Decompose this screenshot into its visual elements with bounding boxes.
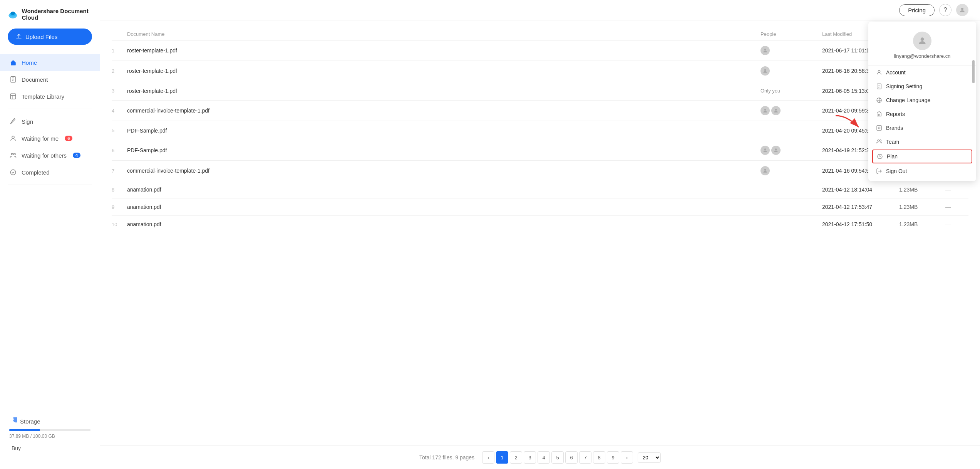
sidebar-item-waiting-others-label: Waiting for others bbox=[22, 152, 67, 159]
brands-label: Brands bbox=[886, 125, 903, 131]
template-icon bbox=[9, 92, 17, 100]
sidebar-item-home-label: Home bbox=[22, 59, 37, 66]
page-button-2[interactable]: 2 bbox=[510, 451, 522, 464]
dropdown-plan[interactable]: Plan bbox=[873, 150, 972, 163]
app-name: Wondershare Document Cloud bbox=[22, 8, 92, 21]
upload-icon bbox=[15, 33, 22, 40]
page-button-6[interactable]: 6 bbox=[565, 451, 578, 464]
sidebar-item-home[interactable]: Home bbox=[0, 54, 100, 71]
upload-button[interactable]: Upload Files bbox=[8, 29, 92, 45]
avatar bbox=[771, 146, 781, 155]
file-name: commercial-invoice-template-1.pdf bbox=[127, 108, 761, 114]
pricing-button[interactable]: Pricing bbox=[899, 4, 935, 16]
dropdown-signing-setting[interactable]: Signing Setting bbox=[868, 79, 976, 93]
col-people: People bbox=[761, 31, 822, 37]
svg-point-12 bbox=[764, 109, 766, 111]
team-icon bbox=[876, 139, 882, 145]
sidebar-item-completed-label: Completed bbox=[22, 169, 50, 176]
table-row: 10 anamation.pdf 2021-04-12 17:51:50 1.2… bbox=[112, 216, 968, 233]
table-row: 9 anamation.pdf 2021-04-12 17:53:47 1.23… bbox=[112, 198, 968, 216]
sidebar-item-document[interactable]: Document bbox=[0, 71, 100, 88]
row-num: 6 bbox=[112, 148, 127, 153]
account-label: Account bbox=[886, 69, 906, 76]
sidebar-item-completed[interactable]: Completed bbox=[0, 164, 100, 181]
avatar bbox=[761, 46, 770, 55]
people-cell bbox=[761, 66, 822, 76]
prev-page-button[interactable]: ‹ bbox=[482, 451, 494, 464]
plan-label: Plan bbox=[887, 153, 898, 160]
dash-cell: — bbox=[945, 187, 968, 193]
avatar bbox=[771, 106, 781, 115]
avatar bbox=[761, 66, 770, 76]
svg-point-15 bbox=[775, 148, 777, 150]
dropdown-brands[interactable]: Brands bbox=[868, 121, 976, 135]
dash-cell: — bbox=[945, 204, 968, 210]
change-language-label: Change Language bbox=[886, 97, 930, 103]
dropdown-user-icon bbox=[917, 36, 927, 46]
reports-icon bbox=[876, 111, 882, 117]
scrollbar bbox=[972, 60, 975, 83]
sidebar: Wondershare Document Cloud Upload Files … bbox=[0, 0, 100, 469]
storage-bar-bg bbox=[9, 429, 90, 431]
logo-area: Wondershare Document Cloud bbox=[0, 8, 100, 29]
file-name: PDF-Sample.pdf bbox=[127, 147, 761, 153]
people-cell bbox=[761, 146, 822, 155]
svg-point-17 bbox=[921, 37, 924, 41]
file-name: anamation.pdf bbox=[127, 187, 761, 193]
next-page-button[interactable]: › bbox=[621, 451, 633, 464]
avatar bbox=[761, 166, 770, 175]
user-avatar-button[interactable] bbox=[956, 4, 968, 16]
file-table-area: Document Name People Last Modified Size … bbox=[100, 20, 980, 445]
table-row: 7 commercial-invoice-template-1.pdf 2021… bbox=[112, 161, 968, 181]
page-button-7[interactable]: 7 bbox=[579, 451, 591, 464]
sidebar-item-waiting-for-others[interactable]: Waiting for others 4 bbox=[0, 147, 100, 164]
file-name: commercial-invoice-template-1.pdf bbox=[127, 168, 761, 174]
app-logo bbox=[8, 8, 18, 20]
waiting-me-badge: 6 bbox=[65, 136, 72, 141]
sidebar-item-waiting-for-me[interactable]: Waiting for me 6 bbox=[0, 130, 100, 147]
storage-label-row: Storage bbox=[9, 417, 90, 425]
dropdown-plan-highlighted[interactable]: Plan bbox=[872, 150, 972, 163]
dropdown-change-language[interactable]: Change Language bbox=[868, 93, 976, 107]
storage-section: Storage 37.89 MB / 100.00 GB Buy bbox=[0, 410, 100, 461]
svg-point-8 bbox=[10, 170, 16, 175]
dropdown-team[interactable]: Team bbox=[868, 135, 976, 149]
page-button-9[interactable]: 9 bbox=[607, 451, 619, 464]
page-size-select[interactable]: 20 50 100 bbox=[638, 452, 661, 463]
home-icon bbox=[9, 59, 17, 66]
signing-setting-label: Signing Setting bbox=[886, 83, 922, 89]
page-button-4[interactable]: 4 bbox=[538, 451, 550, 464]
svg-point-7 bbox=[14, 153, 16, 155]
brands-icon bbox=[876, 125, 882, 131]
modified-date: 2021-04-12 18:14:04 bbox=[822, 187, 899, 193]
pagination: Total 172 files, 9 pages ‹ 1 2 3 4 5 6 7… bbox=[100, 445, 980, 469]
main-content: Pricing ? Document Name People Last Modi… bbox=[100, 0, 980, 469]
page-button-3[interactable]: 3 bbox=[524, 451, 536, 464]
dropdown-sign-out[interactable]: Sign Out bbox=[868, 164, 976, 178]
table-row: 2 roster-template-1.pdf 2021-06-16 20:58… bbox=[112, 61, 968, 81]
row-num: 4 bbox=[112, 108, 127, 114]
buy-button[interactable]: Buy bbox=[9, 443, 23, 454]
dropdown-avatar bbox=[913, 32, 931, 50]
nav-divider-1 bbox=[8, 109, 92, 109]
account-icon bbox=[876, 69, 882, 76]
sidebar-item-sign[interactable]: Sign bbox=[0, 113, 100, 130]
col-name: Document Name bbox=[127, 31, 761, 37]
row-num: 9 bbox=[112, 204, 127, 210]
row-num: 8 bbox=[112, 187, 127, 193]
svg-point-23 bbox=[878, 127, 880, 129]
help-button[interactable]: ? bbox=[939, 4, 952, 16]
dropdown-account[interactable]: Account bbox=[868, 66, 976, 79]
sidebar-item-template-label: Template Library bbox=[22, 93, 64, 100]
dropdown-reports[interactable]: Reports bbox=[868, 107, 976, 121]
page-button-1[interactable]: 1 bbox=[496, 451, 508, 464]
row-num: 10 bbox=[112, 222, 127, 227]
page-button-8[interactable]: 8 bbox=[593, 451, 605, 464]
sign-icon bbox=[9, 118, 17, 125]
sidebar-item-template-library[interactable]: Template Library bbox=[0, 88, 100, 105]
table-row: 4 commercial-invoice-template-1.pdf 2021… bbox=[112, 101, 968, 121]
svg-point-10 bbox=[764, 49, 766, 50]
sidebar-item-waiting-me-label: Waiting for me bbox=[22, 135, 59, 142]
people-cell bbox=[761, 46, 822, 55]
page-button-5[interactable]: 5 bbox=[551, 451, 564, 464]
